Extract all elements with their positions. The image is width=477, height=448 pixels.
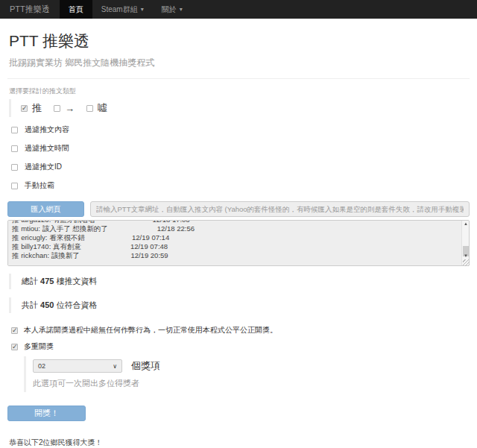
result-message: 恭喜以下2位鄉民獲得大獎！	[9, 438, 470, 448]
page-title: PTT 推樂透	[9, 31, 470, 51]
nav-item-home-label: 首頁	[69, 0, 83, 19]
nav-item-home[interactable]: 首頁	[60, 0, 92, 19]
brand[interactable]: PTT推樂透	[0, 0, 60, 19]
url-input[interactable]	[90, 201, 470, 217]
resize-grip-icon[interactable]	[463, 259, 470, 266]
filter-id-row[interactable]: 過濾推文ID	[11, 162, 470, 172]
push-textarea[interactable]: 推 targa123: 有藍芽訊看看 12/18 17:03 推 mtiou: …	[7, 220, 470, 266]
checkbox-agreement[interactable]	[11, 327, 18, 334]
scrollbar[interactable]: ▲ ▼	[461, 221, 469, 265]
checkbox-push[interactable]	[21, 105, 28, 112]
caret-down-icon: ▾	[180, 0, 183, 19]
checkbox-multi-draw[interactable]	[11, 344, 18, 350]
import-row: 匯入網頁	[7, 201, 470, 217]
navbar: PTT推樂透 首頁 Steam群組 ▾ 關於 ▾	[0, 0, 477, 19]
total-pushes-stat: 總計 475 樓推文資料	[9, 274, 470, 289]
multi-draw-hint: 此選項可一次開出多位得獎者	[33, 378, 470, 389]
filter-id-label: 過濾推文ID	[25, 162, 62, 172]
push-type-label-boo: 噓	[98, 101, 107, 115]
push-list-area: 推 targa123: 有藍芽訊看看 12/18 17:03 推 mtiou: …	[7, 220, 470, 266]
main-content: PTT 推樂透 批踢踢實業坊 鄉民推文隨機抽獎程式 選擇要採計的推文類型 推 →…	[0, 31, 477, 448]
chevron-down-icon: ∨	[113, 363, 117, 370]
import-button[interactable]: 匯入網頁	[7, 201, 84, 217]
push-type-option-push[interactable]: 推	[21, 101, 42, 115]
multi-draw-label: 多重開獎	[24, 341, 54, 352]
agreement-label: 本人承諾開獎過程中絕無任何作弊行為，一切正常使用本程式公平公正開獎。	[24, 325, 277, 335]
divider	[7, 78, 470, 79]
scroll-down-icon[interactable]: ▼	[462, 253, 470, 259]
filter-time-row[interactable]: 過濾推文時間	[11, 143, 470, 154]
push-type-heading: 選擇要採計的推文類型	[9, 86, 470, 96]
total-prefix: 總計	[22, 277, 40, 285]
qualified-count: 450	[40, 300, 54, 309]
checkbox-filter-content[interactable]	[11, 127, 18, 133]
checkbox-arrow[interactable]	[54, 105, 60, 112]
manual-slot-label: 手動拉霸	[25, 180, 54, 191]
push-type-option-boo[interactable]: 噓	[86, 101, 107, 115]
nav-item-about[interactable]: 關於 ▾	[153, 0, 192, 19]
scroll-up-icon[interactable]: ▲	[462, 221, 470, 227]
checkbox-filter-time[interactable]	[11, 145, 18, 152]
page-subtitle: 批踢踢實業坊 鄉民推文隨機抽獎程式	[9, 57, 470, 69]
filter-content-row[interactable]: 過濾推文內容	[11, 124, 470, 135]
push-type-label-push: 推	[32, 101, 42, 115]
push-type-option-arrow[interactable]: →	[54, 103, 75, 114]
manual-slot-row[interactable]: 手動拉霸	[11, 180, 470, 191]
draw-button[interactable]: 開獎！	[7, 406, 86, 421]
total-suffix: 樓推文資料	[54, 277, 97, 285]
multi-draw-row[interactable]: 多重開獎	[11, 341, 470, 352]
qualified-suffix: 位符合資格	[54, 300, 97, 309]
push-type-group: 推 → 噓	[9, 99, 470, 117]
filter-content-label: 過濾推文內容	[25, 124, 69, 135]
nav-item-steam-label: Steam群組	[101, 0, 138, 19]
checkbox-boo[interactable]	[86, 105, 93, 112]
nav-item-steam-group[interactable]: Steam群組 ▾	[92, 0, 153, 19]
total-count: 475	[40, 277, 54, 285]
prize-unit-label: 個獎項	[131, 359, 160, 373]
qualified-prefix: 共計	[22, 300, 40, 309]
filter-time-label: 過濾推文時間	[25, 143, 69, 154]
prize-count-value: 02	[38, 362, 45, 370]
multi-draw-options: 02 ∨ 個獎項 此選項可一次開出多位得獎者	[24, 356, 470, 392]
checkbox-filter-id[interactable]	[11, 164, 18, 171]
nav-item-about-label: 關於	[162, 0, 177, 19]
qualified-stat: 共計 450 位符合資格	[9, 297, 470, 313]
checkbox-manual-slot[interactable]	[11, 183, 18, 189]
caret-down-icon: ▾	[141, 0, 144, 19]
agreement-row[interactable]: 本人承諾開獎過程中絕無任何作弊行為，一切正常使用本程式公平公正開獎。	[11, 325, 470, 335]
push-type-label-arrow: →	[65, 103, 75, 114]
prize-count-select[interactable]: 02 ∨	[33, 359, 122, 373]
